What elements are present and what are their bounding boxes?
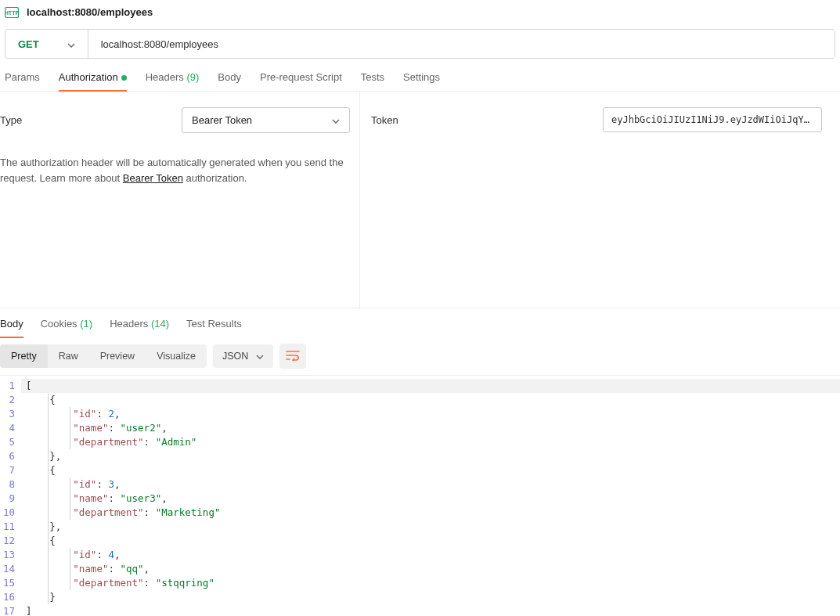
code-line-number: 6 — [3, 449, 15, 463]
auth-active-dot-icon — [121, 75, 127, 81]
view-visualize-button[interactable]: Visualize — [146, 344, 207, 368]
auth-help-post: authorization. — [183, 172, 247, 184]
code-line: "department": "Admin" — [21, 435, 840, 449]
auth-help-text: The authorization header will be automat… — [0, 155, 355, 186]
code-line-number: 11 — [3, 520, 15, 534]
view-pretty-button[interactable]: Pretty — [0, 344, 48, 368]
request-url-input[interactable]: localhost:8080/employees — [88, 30, 835, 58]
tab-headers-count: (9) — [186, 71, 199, 83]
code-line-number: 7 — [3, 463, 15, 477]
request-url-text: localhost:8080/employees — [101, 38, 218, 50]
response-format-select[interactable]: JSON — [213, 344, 273, 368]
code-line-number: 12 — [3, 534, 15, 548]
code-line-number: 10 — [3, 506, 15, 520]
code-line: }, — [21, 520, 840, 534]
tab-headers[interactable]: Headers (9) — [146, 71, 200, 91]
code-line-number: 9 — [3, 492, 15, 506]
auth-type-select[interactable]: Bearer Token — [182, 107, 350, 133]
line-wrap-button[interactable] — [279, 344, 306, 369]
code-line-number: 5 — [3, 435, 15, 449]
code-line: { — [21, 534, 840, 548]
chevron-down-icon — [67, 38, 75, 50]
http-method-select[interactable]: GET — [5, 30, 88, 58]
res-tab-test-results[interactable]: Test Results — [186, 318, 242, 337]
code-line: "name": "user2", — [21, 421, 840, 435]
code-line-number: 4 — [3, 421, 15, 435]
code-line-number: 3 — [3, 407, 15, 421]
svg-text:HTTP: HTTP — [5, 9, 19, 16]
auth-type-label: Type — [0, 114, 182, 126]
code-line: } — [21, 590, 840, 604]
res-tab-headers-count: (14) — [151, 318, 169, 330]
chevron-down-icon — [256, 351, 264, 362]
res-tab-cookies-count: (1) — [80, 318, 92, 330]
request-tab-header: HTTP localhost:8080/employees — [0, 0, 840, 29]
code-line-number: 2 — [3, 393, 15, 407]
code-line: { — [21, 393, 840, 407]
tab-prerequest[interactable]: Pre-request Script — [260, 71, 342, 91]
res-tab-cookies-label: Cookies — [41, 318, 78, 330]
response-section: Body Cookies (1) Headers (14) Test Resul… — [0, 308, 840, 616]
line-wrap-icon — [286, 350, 300, 363]
auth-help-link[interactable]: Bearer Token — [123, 172, 183, 184]
auth-right-pane: Token eyJhbGciOiJIUzI1NiJ9.eyJzdWIiOiJqY… — [360, 92, 840, 308]
http-method-label: GET — [18, 38, 39, 50]
auth-left-pane: Type Bearer Token The authorization head… — [0, 92, 360, 308]
response-format-label: JSON — [222, 351, 248, 362]
auth-token-input[interactable]: eyJhbGciOiJIUzI1NiJ9.eyJzdWIiOiJqYXZhV — [603, 107, 822, 132]
auth-type-value: Bearer Token — [192, 114, 252, 126]
code-line: { — [21, 463, 840, 477]
tab-tests[interactable]: Tests — [361, 71, 384, 91]
auth-type-row: Type Bearer Token — [0, 107, 355, 133]
code-line: ] — [21, 604, 840, 616]
code-line-number: 14 — [3, 562, 15, 576]
res-tab-body[interactable]: Body — [0, 318, 23, 337]
code-line: "name": "qq", — [21, 562, 840, 576]
auth-token-row: Token eyJhbGciOiJIUzI1NiJ9.eyJzdWIiOiJqY… — [371, 107, 824, 132]
code-line: "id": 4, — [21, 548, 840, 562]
code-line-number: 13 — [3, 548, 15, 562]
res-tab-cookies[interactable]: Cookies (1) — [41, 318, 92, 337]
code-line-number: 17 — [3, 604, 15, 616]
chevron-down-icon — [332, 114, 340, 126]
request-tab-title: localhost:8080/employees — [27, 6, 153, 18]
tab-settings[interactable]: Settings — [403, 71, 440, 91]
response-toolbar: Pretty Raw Preview Visualize JSON — [0, 337, 840, 375]
tab-params[interactable]: Params — [5, 71, 40, 91]
response-view-segment: Pretty Raw Preview Visualize — [0, 344, 207, 368]
request-config-tabs: Params Authorization Headers (9) Body Pr… — [0, 59, 840, 92]
code-line-number: 16 — [3, 590, 15, 604]
code-line: "name": "user3", — [21, 492, 840, 506]
code-line: "department": "stqqring" — [21, 576, 840, 590]
view-raw-button[interactable]: Raw — [48, 344, 89, 368]
auth-token-label: Token — [371, 114, 603, 126]
tab-authorization-label: Authorization — [59, 71, 118, 83]
res-tab-headers[interactable]: Headers (14) — [110, 318, 169, 337]
response-body-code: 1234567891011121314151617 [ { "id": 2, "… — [0, 375, 840, 616]
code-gutter: 1234567891011121314151617 — [0, 376, 21, 616]
tab-body[interactable]: Body — [218, 71, 241, 91]
code-line: "id": 3, — [21, 477, 840, 492]
code-line-number: 15 — [3, 576, 15, 590]
tab-headers-label: Headers — [146, 71, 184, 83]
authorization-panel: Type Bearer Token The authorization head… — [0, 92, 840, 308]
code-line: }, — [21, 449, 840, 463]
tab-authorization[interactable]: Authorization — [59, 71, 127, 91]
code-line-number: 1 — [3, 379, 15, 393]
res-tab-headers-label: Headers — [110, 318, 148, 330]
code-line-number: 8 — [3, 477, 15, 492]
code-line: "department": "Marketing" — [21, 506, 840, 520]
view-preview-button[interactable]: Preview — [89, 344, 146, 368]
code-line: [ — [21, 379, 840, 393]
code-area[interactable]: [ { "id": 2, "name": "user2", "departmen… — [21, 376, 840, 616]
http-icon: HTTP — [5, 7, 19, 18]
request-url-bar: GET localhost:8080/employees — [5, 29, 835, 59]
code-line: "id": 2, — [21, 407, 840, 421]
response-tabs: Body Cookies (1) Headers (14) Test Resul… — [0, 308, 840, 337]
